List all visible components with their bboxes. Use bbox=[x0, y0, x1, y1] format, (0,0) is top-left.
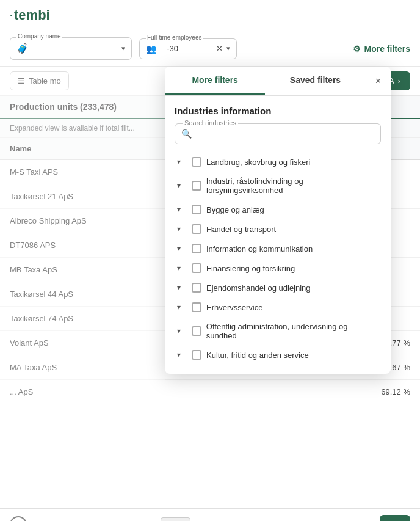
people-icon: 👥 bbox=[146, 44, 156, 54]
chevron-down-icon: ▾ bbox=[177, 264, 187, 272]
industry-checkbox[interactable] bbox=[192, 244, 201, 253]
industry-checkbox[interactable] bbox=[192, 263, 201, 273]
industry-item[interactable]: ▾ Bygge og anlæg bbox=[175, 200, 381, 219]
chevron-down-icon: ▾ bbox=[177, 205, 187, 214]
industry-label: Ejendomshandel og udlejning bbox=[206, 283, 311, 293]
industry-item[interactable]: ▾ Finansiering og forsikring bbox=[175, 259, 381, 277]
logo: ·tembi bbox=[10, 7, 50, 23]
chevron-down-icon: ▾ bbox=[177, 244, 187, 253]
industry-checkbox[interactable] bbox=[192, 157, 201, 167]
more-filters-button[interactable]: ⚙ More filters bbox=[353, 44, 410, 54]
more-filters-panel: More filters Saved filters × Industries … bbox=[165, 67, 391, 374]
industry-label: Landbrug, skovbrug og fiskeri bbox=[206, 158, 311, 167]
prev-page-button[interactable]: ‹ bbox=[275, 518, 283, 521]
close-panel-button[interactable]: × bbox=[366, 67, 391, 95]
industry-checkbox[interactable] bbox=[192, 302, 201, 312]
industry-label: Handel og transport bbox=[206, 225, 276, 234]
multiple-button[interactable]: Mu bbox=[380, 515, 410, 521]
industry-label: Information og kommunikation bbox=[206, 244, 313, 253]
search-icon: 🔍 bbox=[181, 129, 192, 139]
chevron-down-icon: ▾ bbox=[177, 181, 187, 190]
industry-checkbox[interactable] bbox=[192, 350, 201, 360]
company-name-label: Company name bbox=[16, 33, 62, 40]
employees-label: Full-time employees bbox=[146, 34, 203, 41]
filters-body: Industries information Search industries… bbox=[165, 96, 391, 374]
tab-more-filters[interactable]: More filters bbox=[165, 67, 265, 95]
chevron-down-icon: ▾ bbox=[177, 327, 187, 335]
search-label: Search industries bbox=[183, 119, 238, 126]
filter-bar: Company name 🧳 ▾ Full-time employees 👥 _… bbox=[0, 31, 420, 67]
chevron-down-icon: ▾ bbox=[177, 303, 187, 312]
industry-list: ▾ Landbrug, skovbrug og fiskeri ▾ Indust… bbox=[175, 153, 381, 364]
chevron-down-icon: ▾ bbox=[177, 158, 187, 166]
industry-label: Kultur, fritid og anden service bbox=[206, 351, 309, 360]
industry-checkbox[interactable] bbox=[192, 224, 201, 234]
company-chevron-icon: ▾ bbox=[121, 45, 125, 53]
help-button[interactable]: ? bbox=[10, 516, 27, 522]
industry-label: Finansiering og forsikring bbox=[206, 264, 295, 273]
industry-label: Bygge og anlæg bbox=[206, 205, 264, 214]
sliders-icon: ⚙ bbox=[353, 44, 361, 54]
industry-checkbox[interactable] bbox=[192, 181, 201, 191]
chevron-down-icon: ▾ bbox=[177, 225, 187, 233]
industry-label: Offentlig administration, undervisning o… bbox=[206, 322, 378, 340]
tab-saved-filters[interactable]: Saved filters bbox=[265, 67, 365, 95]
search-industries-input[interactable] bbox=[197, 129, 374, 139]
company-name-filter[interactable]: Company name 🧳 ▾ bbox=[10, 37, 132, 60]
overlay-dim bbox=[0, 67, 165, 508]
search-box: Search industries 🔍 bbox=[175, 123, 381, 144]
pagination: Records per page 10 1-10 of 233,478 ⏮ ‹ … bbox=[92, 517, 314, 521]
first-page-button[interactable]: ⏮ bbox=[256, 518, 270, 521]
industry-item[interactable]: ▾ Kultur, fritid og anden service bbox=[175, 346, 381, 364]
industry-label: Erhvervsservice bbox=[206, 303, 262, 312]
industry-item[interactable]: ▾ Offentlig administration, undervisning… bbox=[175, 318, 381, 344]
industry-checkbox[interactable] bbox=[192, 326, 201, 336]
industry-item[interactable]: ▾ Industri, råstofindvinding og forsynin… bbox=[175, 172, 381, 199]
industry-checkbox[interactable] bbox=[192, 283, 201, 293]
chevron-down-icon: ▾ bbox=[177, 283, 187, 292]
filters-tabs: More filters Saved filters × bbox=[165, 67, 391, 96]
industry-label: Industri, råstofindvinding og forsynings… bbox=[206, 177, 378, 195]
header: ·tembi bbox=[0, 0, 420, 31]
next-page-button[interactable]: › bbox=[288, 518, 295, 521]
chevron-right-icon: › bbox=[398, 76, 400, 86]
employees-value: _-30 bbox=[162, 44, 212, 53]
row-value: 69.12 % bbox=[381, 387, 410, 396]
clear-employees-btn[interactable]: ✕ bbox=[216, 44, 223, 53]
section-title: Industries information bbox=[175, 106, 381, 116]
industry-item[interactable]: ▾ Information og kommunikation bbox=[175, 239, 381, 258]
industry-checkbox[interactable] bbox=[192, 205, 201, 214]
employees-chevron-icon: ▾ bbox=[226, 45, 230, 53]
industry-item[interactable]: ▾ Ejendomshandel og udlejning bbox=[175, 279, 381, 297]
chevron-down-icon: ▾ bbox=[177, 351, 187, 359]
last-page-button[interactable]: ⏭ bbox=[300, 518, 314, 521]
bottom-bar: ? Records per page 10 1-10 of 233,478 ⏮ … bbox=[0, 508, 420, 521]
industry-item[interactable]: ▾ Handel og transport bbox=[175, 220, 381, 238]
employees-filter[interactable]: Full-time employees 👥 _-30 ✕ ▾ bbox=[139, 38, 237, 59]
briefcase-icon: 🧳 bbox=[16, 43, 29, 54]
main-content: ☰ Table mo A › Production units (233,478… bbox=[0, 67, 420, 508]
industry-item[interactable]: ▾ Landbrug, skovbrug og fiskeri bbox=[175, 153, 381, 171]
industry-item[interactable]: ▾ Erhvervsservice bbox=[175, 298, 381, 316]
per-page-select[interactable]: 10 bbox=[161, 517, 190, 521]
